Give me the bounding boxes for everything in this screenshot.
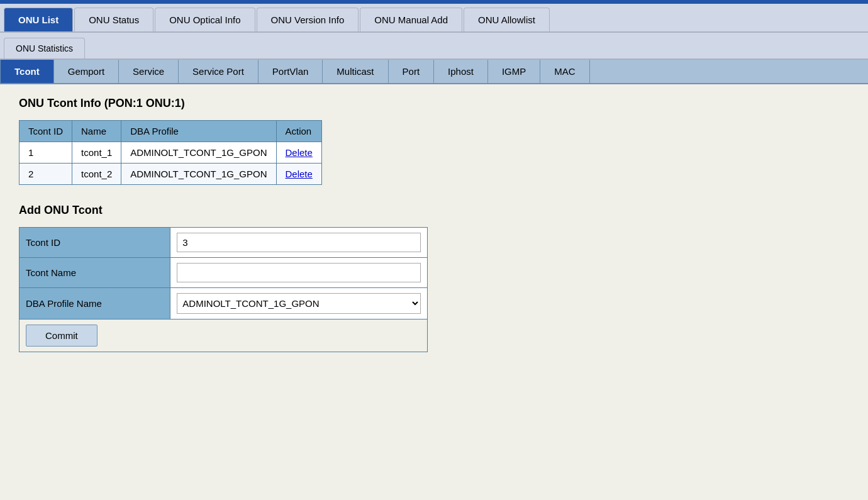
row2-delete-link[interactable]: Delete [286,169,313,179]
tcont-info-table: Tcont ID Name DBA Profile Action 1 tcont… [19,120,322,185]
subtab-mac[interactable]: MAC [540,60,589,83]
info-section-title: ONU Tcont Info (PON:1 ONU:1) [19,97,849,110]
row1-action: Delete [276,142,321,164]
row1-dba-profile: ADMINOLT_TCONT_1G_GPON [121,142,276,164]
tcont-id-input[interactable] [177,233,421,252]
tab-onu-version-info[interactable]: ONU Version Info [257,8,359,31]
tcont-id-row: Tcont ID [19,228,428,258]
tcont-name-input-cell [170,258,428,288]
subtab-tcont[interactable]: Tcont [0,60,54,83]
row2-dba-profile: ADMINOLT_TCONT_1G_GPON [121,164,276,185]
dba-profile-label: DBA Profile Name [19,288,170,319]
tcont-name-input[interactable] [177,263,421,282]
subtab-port[interactable]: Port [389,60,435,83]
sub-tab-bar: Tcont Gemport Service Service Port PortV… [0,60,868,84]
secondary-tab-bar: ONU Statistics [0,33,868,60]
subtab-service[interactable]: Service [119,60,179,83]
tab-onu-manual-add[interactable]: ONU Manual Add [360,8,462,31]
row2-tcont-id: 2 [19,164,72,185]
add-tcont-table: Tcont ID Tcont Name DBA Profile Name ADM… [19,227,428,352]
dba-profile-select[interactable]: ADMINOLT_TCONT_1G_GPON ADMINOLT_TCONT_10… [177,293,421,314]
tab-onu-allowlist[interactable]: ONU Allowlist [464,8,550,31]
tcont-name-row: Tcont Name [19,258,428,288]
row2-action: Delete [276,164,321,185]
table-row: 2 tcont_2 ADMINOLT_TCONT_1G_GPON Delete [19,164,322,185]
dba-profile-row: DBA Profile Name ADMINOLT_TCONT_1G_GPON … [19,288,428,319]
subtab-iphost[interactable]: Iphost [434,60,488,83]
row2-name: tcont_2 [72,164,121,185]
row1-tcont-id: 1 [19,142,72,164]
subtab-gemport[interactable]: Gemport [54,60,119,83]
tab-onu-statistics[interactable]: ONU Statistics [4,38,85,58]
subtab-igmp[interactable]: IGMP [488,60,540,83]
add-section-title: Add ONU Tcont [19,204,849,217]
col-tcont-id: Tcont ID [19,121,72,142]
commit-button[interactable]: Commit [26,325,97,347]
dba-profile-select-cell: ADMINOLT_TCONT_1G_GPON ADMINOLT_TCONT_10… [170,288,428,319]
tcont-name-label: Tcont Name [19,258,170,288]
subtab-portvlan[interactable]: PortVlan [259,60,323,83]
col-action: Action [276,121,321,142]
tab-onu-list[interactable]: ONU List [4,8,73,31]
table-row: 1 tcont_1 ADMINOLT_TCONT_1G_GPON Delete [19,142,322,164]
tab-onu-optical-info[interactable]: ONU Optical Info [155,8,255,31]
col-name: Name [72,121,121,142]
main-content: ONU Tcont Info (PON:1 ONU:1) Tcont ID Na… [0,84,868,365]
row1-delete-link[interactable]: Delete [286,147,313,158]
tcont-id-input-cell [170,228,428,258]
subtab-multicast[interactable]: Multicast [323,60,388,83]
tab-onu-status[interactable]: ONU Status [74,8,153,31]
main-tab-bar: ONU List ONU Status ONU Optical Info ONU… [0,4,868,33]
row1-name: tcont_1 [72,142,121,164]
subtab-service-port[interactable]: Service Port [179,60,259,83]
commit-row: Commit [19,319,428,352]
col-dba-profile: DBA Profile [121,121,276,142]
tcont-id-label: Tcont ID [19,228,170,258]
